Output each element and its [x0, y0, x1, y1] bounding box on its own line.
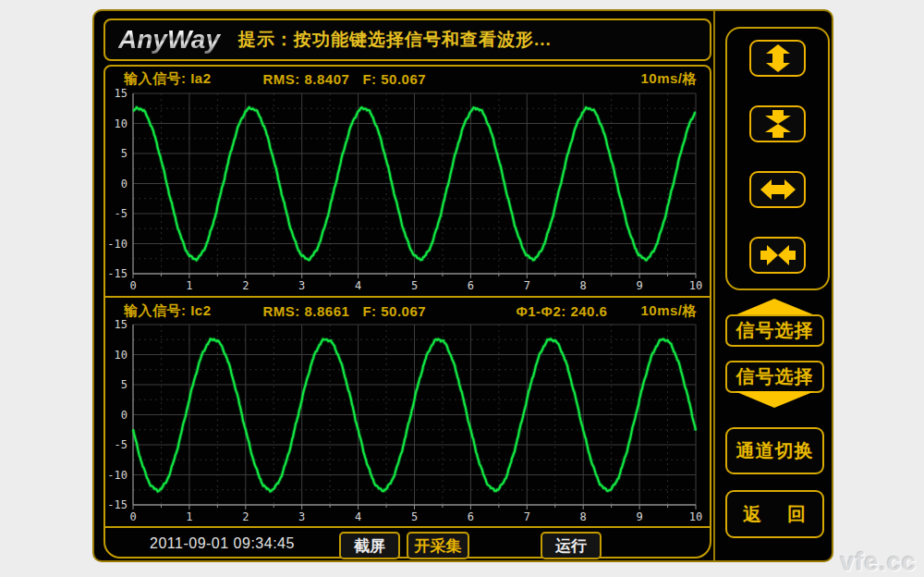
- svg-text:3: 3: [298, 279, 305, 292]
- collapse-horizontal-button[interactable]: [749, 237, 806, 274]
- svg-text:-10: -10: [107, 238, 128, 251]
- analyzer-screen: AnyWay 提示：按功能键选择信号和查看波形... 输入信号: Ia2 RMS…: [92, 9, 833, 562]
- svg-text:10: 10: [115, 349, 128, 362]
- svg-text:4: 4: [355, 510, 361, 523]
- svg-text:7: 7: [524, 279, 530, 292]
- waveform-chart-2: 151050-5-10-15012345678910: [107, 318, 710, 527]
- footer-bar: 2011-09-01 09:34:45 截屏 开采集 运行: [105, 528, 710, 559]
- channel1-label: 输入信号: Ia2: [124, 70, 212, 88]
- waveform-chart-1: 151050-5-10-15012345678910: [107, 87, 710, 296]
- svg-text:15: 15: [115, 87, 128, 100]
- channel2-timebase: 10ms/格: [640, 302, 697, 320]
- svg-text:9: 9: [636, 279, 642, 292]
- signal-select-down-arrow-icon[interactable]: [735, 391, 815, 408]
- collapse-vertical-icon: [760, 110, 796, 138]
- svg-text:6: 6: [468, 510, 474, 523]
- svg-text:2: 2: [242, 279, 249, 292]
- svg-text:0: 0: [121, 178, 128, 190]
- run-button[interactable]: 运行: [541, 532, 602, 559]
- svg-text:8: 8: [580, 279, 587, 292]
- svg-text:0: 0: [129, 279, 136, 292]
- collapse-horizontal-icon: [760, 242, 796, 268]
- svg-text:10: 10: [115, 117, 128, 130]
- signal-select-up-button[interactable]: 信号选择: [725, 314, 824, 347]
- signal-select-down-label: 信号选择: [736, 364, 814, 389]
- svg-text:0: 0: [121, 409, 128, 422]
- svg-text:9: 9: [636, 510, 642, 523]
- prompt-text: 提示：按功能键选择信号和查看波形...: [238, 28, 552, 52]
- channel1-frequency: F: 50.067: [362, 71, 426, 87]
- back-label-right: 回: [787, 502, 807, 527]
- header-bar: AnyWay 提示：按功能键选择信号和查看波形...: [103, 18, 711, 61]
- svg-text:-15: -15: [107, 498, 128, 511]
- svg-text:1: 1: [186, 279, 192, 292]
- screenshot-button[interactable]: 截屏: [339, 532, 400, 559]
- back-label-left: 返: [743, 502, 762, 527]
- signal-select-down-button[interactable]: 信号选择: [725, 361, 824, 393]
- channel1-rms: RMS: 8.8407: [263, 71, 350, 87]
- expand-vertical-icon: [760, 44, 796, 72]
- timestamp: 2011-09-01 09:34:45: [150, 535, 295, 552]
- collapse-vertical-button[interactable]: [749, 105, 806, 142]
- channel-switch-button[interactable]: 通道切换: [725, 427, 824, 474]
- svg-text:10: 10: [689, 279, 702, 292]
- phase-difference: Φ1-Φ2: 240.6: [516, 303, 607, 319]
- svg-text:3: 3: [298, 510, 305, 523]
- svg-text:15: 15: [115, 318, 128, 331]
- start-acquire-button[interactable]: 开采集: [407, 532, 469, 559]
- svg-text:4: 4: [355, 279, 361, 292]
- svg-text:5: 5: [411, 279, 418, 292]
- svg-text:10: 10: [689, 510, 702, 523]
- svg-text:1: 1: [186, 510, 192, 523]
- svg-text:6: 6: [468, 279, 474, 292]
- svg-text:8: 8: [580, 510, 587, 523]
- watermark: vfe.cc: [840, 548, 917, 577]
- channel2-frequency: F: 50.067: [362, 303, 426, 319]
- signal-select-up-label: 信号选择: [736, 318, 814, 343]
- svg-text:5: 5: [411, 510, 418, 523]
- svg-text:5: 5: [121, 147, 128, 160]
- expand-horizontal-icon: [760, 177, 796, 203]
- channel2-rms: RMS: 8.8661: [263, 303, 350, 319]
- svg-text:5: 5: [121, 378, 128, 391]
- svg-text:-15: -15: [107, 267, 128, 280]
- expand-vertical-button[interactable]: [749, 40, 806, 77]
- back-button[interactable]: 返 回: [725, 490, 824, 538]
- channel-switch-label: 通道切换: [736, 438, 814, 463]
- sidebar: 信号选择 信号选择 通道切换 返 回: [713, 11, 832, 560]
- channel1-timebase: 10ms/格: [640, 70, 697, 88]
- channel-divider: [105, 296, 710, 298]
- signal-select-up-arrow-icon[interactable]: [735, 299, 815, 315]
- svg-text:-10: -10: [107, 469, 128, 482]
- channel2-label: 输入信号: Ic2: [124, 302, 212, 320]
- zoom-button-group: [725, 27, 830, 290]
- svg-text:0: 0: [129, 510, 136, 523]
- expand-horizontal-button[interactable]: [749, 171, 806, 208]
- svg-text:2: 2: [242, 510, 249, 523]
- svg-text:-5: -5: [115, 438, 128, 451]
- waveform-panel: 输入信号: Ia2 RMS: 8.8407 F: 50.067 10ms/格 1…: [103, 65, 711, 559]
- svg-text:-5: -5: [115, 207, 128, 220]
- brand-logo: AnyWay: [118, 25, 224, 55]
- svg-text:7: 7: [524, 510, 530, 523]
